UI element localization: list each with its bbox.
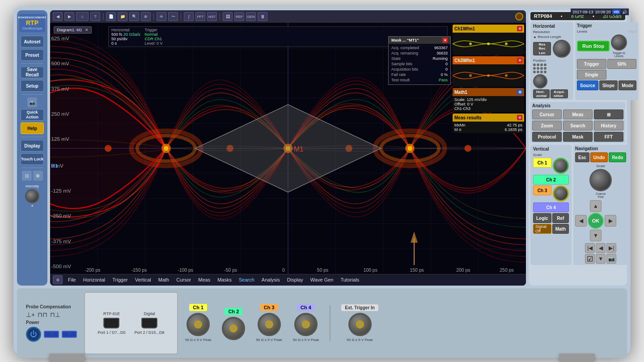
ext-trigger-bnc[interactable] (348, 313, 372, 336)
display-button[interactable]: Display (21, 140, 44, 152)
mask-close-btn[interactable]: ✕ (442, 38, 448, 43)
nav-extra-2[interactable]: ◀ (596, 243, 606, 253)
menu-display[interactable]: Display (284, 274, 307, 286)
home-btn[interactable]: ⌂ (76, 12, 89, 21)
usb-port-2[interactable]: ⬡ (62, 331, 77, 338)
ch3-scale-knob[interactable] (553, 185, 569, 202)
quick-action-button[interactable]: Quick Action (21, 109, 44, 121)
nav-scale-knob[interactable] (589, 169, 612, 191)
cursor-analysis-btn[interactable]: Cursor (532, 109, 562, 119)
nav-left-btn[interactable]: ◀ (575, 215, 587, 227)
acqui-btn[interactable]: Acqui-sition (551, 89, 568, 98)
menu-wavegen[interactable]: Wave Gen (307, 274, 337, 286)
screenshot-tb-btn[interactable]: 🖼 (223, 12, 233, 21)
hori-btn[interactable]: Hori-zontal (533, 89, 550, 98)
ch4-vert-btn[interactable]: Ch 4 (533, 202, 569, 212)
doc-btn[interactable]: 📄 (106, 12, 116, 21)
trigger-level-knob[interactable] (611, 34, 627, 51)
menu-math[interactable]: Math (155, 274, 173, 286)
ch2-bnc[interactable] (222, 317, 245, 340)
res-rec-len-btn[interactable]: Res Rec Len (533, 42, 551, 55)
nav-down-extra[interactable]: ▼ (596, 254, 606, 264)
save-recall-button[interactable]: Save Recall (21, 67, 44, 78)
delete-btn[interactable]: 🗑 (258, 12, 267, 21)
math-settings-btn[interactable]: ⚙ (517, 89, 522, 95)
menu-tutorials[interactable]: Tutorials (337, 274, 363, 286)
ch2-vert-btn[interactable]: Ch 2 (533, 175, 569, 185)
ch1-scale-knob[interactable] (553, 158, 569, 174)
menu-analysis[interactable]: Analysis (258, 274, 284, 286)
back-btn[interactable]: ◀ (53, 12, 63, 21)
menu-meas[interactable]: Meas (195, 274, 214, 286)
menu-horizontal[interactable]: Horizontal (80, 274, 109, 286)
gen-btn[interactable]: GEN (246, 12, 256, 21)
wave-btn[interactable]: 〜 (168, 12, 178, 21)
menu-masks[interactable]: Masks (214, 274, 235, 286)
menu-file[interactable]: File (64, 274, 80, 286)
ref-btn[interactable]: REF (234, 12, 244, 21)
ref-vert-btn[interactable]: Ref (552, 213, 569, 223)
fifty-pct-btn[interactable]: 50% (607, 59, 637, 69)
run-stop-button[interactable]: Run Stop (577, 41, 610, 51)
redo-btn[interactable]: Redo (609, 152, 626, 162)
fft-btn[interactable]: FFT (195, 12, 205, 21)
ch4-bnc[interactable] (294, 313, 318, 336)
mask-btn[interactable]: Mask (563, 132, 593, 142)
ch1-bnc[interactable] (186, 313, 210, 336)
nav-extra-3[interactable]: ▶| (606, 243, 616, 253)
autoset-button[interactable]: Autoset (21, 36, 44, 47)
undo-btn[interactable]: Undo (590, 152, 608, 162)
logic-btn[interactable]: Logic (533, 213, 551, 223)
hdmi-port-1[interactable] (103, 318, 119, 328)
ch1-vert-btn[interactable]: Ch 1 (533, 158, 551, 168)
history-btn[interactable]: History (594, 121, 623, 130)
settings-round-btn[interactable] (515, 13, 523, 21)
settings-icon[interactable]: ⚙ (33, 171, 43, 181)
help-button[interactable]: Help (21, 122, 44, 134)
setup-button[interactable]: Setup (21, 80, 44, 92)
mode-btn[interactable]: Mode (619, 80, 636, 90)
mask-test-panel[interactable]: Mask ... "MT1" ✕ Acq. completed 963367 A… (388, 36, 451, 85)
help-tb-btn[interactable]: ? (90, 12, 100, 21)
nav-save-screen[interactable]: 📷 (606, 254, 616, 264)
source-btn[interactable]: Source (577, 80, 598, 90)
cursor-tb-btn[interactable]: ✛ (157, 12, 166, 21)
hdmi-port-2[interactable] (141, 318, 157, 328)
fwd-btn[interactable]: ▶ (64, 12, 74, 21)
esc-btn[interactable]: Esc (575, 152, 589, 162)
power-button[interactable]: ⏻ (26, 327, 41, 342)
position-knob[interactable] (533, 74, 547, 88)
math-tb-btn[interactable]: ∫ (184, 12, 194, 21)
screen-canvas[interactable]: M1 625 mV 500 mV 375 mV 250 mV 125 mV 0 … (50, 23, 526, 274)
folder-btn[interactable]: 📁 (118, 12, 127, 21)
screenshot-icon[interactable]: ⊡ (22, 171, 32, 181)
menu-vertical[interactable]: Vertical (131, 274, 155, 286)
zoom-btn[interactable]: ⊕ (141, 12, 151, 21)
grid-menu-icon[interactable]: ⊞ (53, 275, 63, 284)
protocol-btn[interactable]: Protocol (532, 132, 562, 142)
ch1wfm-close[interactable]: ✕ (517, 26, 522, 31)
trigger-btn[interactable]: Trigger (577, 59, 606, 69)
usb-port-1[interactable]: ⬡ (44, 331, 59, 338)
ch3-vert-btn[interactable]: Ch 3 (533, 185, 551, 195)
intensity-knob[interactable] (25, 189, 39, 203)
nav-up-btn[interactable]: ▲ (590, 200, 602, 212)
nav-extra-1[interactable]: |◀ (585, 243, 595, 253)
math-vert-btn[interactable]: Math (552, 224, 569, 234)
checkbox-btn[interactable]: ☑ (585, 254, 595, 264)
preset-button[interactable]: Preset (21, 49, 44, 61)
meas-close[interactable]: ✕ (517, 115, 522, 120)
zoom-btn[interactable]: Zoom (532, 121, 562, 130)
horizontal-knob[interactable] (553, 40, 571, 58)
fft-analysis-btn[interactable]: FFT (594, 132, 623, 142)
signal-off-btn[interactable]: Signal Off (533, 224, 551, 234)
ch3wfm-close[interactable]: ✕ (517, 58, 522, 63)
search-btn[interactable]: Search (563, 121, 593, 130)
menu-trigger[interactable]: Trigger (109, 274, 131, 286)
search-tb-btn[interactable]: 🔍 (129, 12, 139, 21)
ch3-bnc[interactable] (258, 313, 281, 336)
meas-analysis-btn[interactable]: Meas (563, 109, 593, 119)
single-btn[interactable]: Single (577, 70, 606, 80)
nav-ok-btn[interactable]: OK (588, 213, 604, 229)
touch-lock-button[interactable]: Touch Lock (21, 153, 44, 165)
